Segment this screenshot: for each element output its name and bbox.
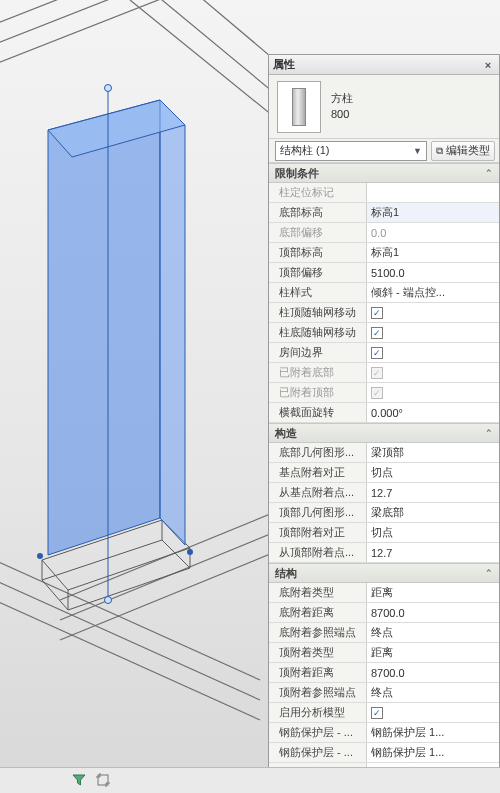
prop-value[interactable]: ✓ bbox=[367, 303, 499, 322]
prop-value[interactable]: 5100.0 bbox=[367, 263, 499, 282]
prop-value[interactable]: 标高1 bbox=[367, 243, 499, 262]
chevron-down-icon: ▼ bbox=[413, 146, 422, 156]
prop-label: 柱定位标记 bbox=[269, 183, 367, 202]
view-control-bar bbox=[0, 767, 500, 793]
collapse-icon: ⌃ bbox=[485, 168, 493, 178]
prop-label: 从基点附着点... bbox=[269, 483, 367, 502]
prop-label: 顶附着类型 bbox=[269, 643, 367, 662]
prop-label: 已附着顶部 bbox=[269, 383, 367, 402]
instance-selector[interactable]: 结构柱 (1) ▼ bbox=[275, 141, 427, 161]
prop-row: 横截面旋转0.000° bbox=[269, 403, 499, 423]
prop-label: 底附着距离 bbox=[269, 603, 367, 622]
prop-label: 钢筋保护层 - ... bbox=[269, 743, 367, 762]
instance-selector-text: 结构柱 (1) bbox=[280, 143, 330, 158]
prop-row: 顶附着参照端点终点 bbox=[269, 683, 499, 703]
prop-row: 柱底随轴网移动✓ bbox=[269, 323, 499, 343]
prop-label: 已附着底部 bbox=[269, 363, 367, 382]
prop-label: 顶部偏移 bbox=[269, 263, 367, 282]
prop-value[interactable]: 距离 bbox=[367, 583, 499, 602]
prop-value[interactable]: ✓ bbox=[367, 703, 499, 722]
properties-list[interactable]: 限制条件 ⌃ 柱定位标记 底部标高标高1 底部偏移0.0 顶部标高标高1 顶部偏… bbox=[269, 163, 499, 792]
group-structure[interactable]: 结构 ⌃ bbox=[269, 563, 499, 583]
prop-label: 柱顶随轴网移动 bbox=[269, 303, 367, 322]
type-text: 方柱 800 bbox=[331, 91, 353, 122]
collapse-icon: ⌃ bbox=[485, 428, 493, 438]
edit-type-icon: ⧉ bbox=[436, 145, 443, 157]
prop-row: 顶部几何图形...梁底部 bbox=[269, 503, 499, 523]
prop-value[interactable] bbox=[367, 183, 499, 202]
prop-label: 底部几何图形... bbox=[269, 443, 367, 462]
type-selector[interactable]: 方柱 800 bbox=[269, 75, 499, 139]
prop-label: 柱底随轴网移动 bbox=[269, 323, 367, 342]
prop-value[interactable]: 8700.0 bbox=[367, 663, 499, 682]
type-family: 方柱 bbox=[331, 91, 353, 106]
group-construction[interactable]: 构造 ⌃ bbox=[269, 423, 499, 443]
prop-row: 从顶部附着点...12.7 bbox=[269, 543, 499, 563]
prop-row: 顶部标高标高1 bbox=[269, 243, 499, 263]
prop-label: 钢筋保护层 - ... bbox=[269, 723, 367, 742]
svg-point-9 bbox=[105, 597, 112, 604]
prop-row: 从基点附着点...12.7 bbox=[269, 483, 499, 503]
close-icon[interactable]: × bbox=[481, 59, 495, 71]
prop-value: ✓ bbox=[367, 383, 499, 402]
prop-row: 钢筋保护层 - ...钢筋保护层 1... bbox=[269, 743, 499, 763]
prop-value: ✓ bbox=[367, 363, 499, 382]
prop-label: 底部标高 bbox=[269, 203, 367, 222]
prop-label: 顶附着距离 bbox=[269, 663, 367, 682]
prop-row: 底附着参照端点终点 bbox=[269, 623, 499, 643]
prop-value[interactable]: 终点 bbox=[367, 623, 499, 642]
prop-value[interactable]: 终点 bbox=[367, 683, 499, 702]
prop-row: 顶部附着对正切点 bbox=[269, 523, 499, 543]
prop-row: 已附着顶部✓ bbox=[269, 383, 499, 403]
prop-value[interactable]: 梁顶部 bbox=[367, 443, 499, 462]
svg-point-11 bbox=[187, 549, 193, 555]
prop-value[interactable]: 梁底部 bbox=[367, 503, 499, 522]
panel-title-text: 属性 bbox=[273, 57, 295, 72]
prop-label: 底部偏移 bbox=[269, 223, 367, 242]
prop-label: 顶附着参照端点 bbox=[269, 683, 367, 702]
type-size: 800 bbox=[331, 107, 353, 122]
checkbox-checked: ✓ bbox=[371, 367, 383, 379]
prop-label: 从顶部附着点... bbox=[269, 543, 367, 562]
checkbox-checked[interactable]: ✓ bbox=[371, 707, 383, 719]
prop-value[interactable]: 切点 bbox=[367, 463, 499, 482]
prop-value[interactable]: 切点 bbox=[367, 523, 499, 542]
svg-marker-4 bbox=[48, 100, 160, 555]
svg-marker-5 bbox=[160, 100, 185, 545]
checkbox-checked[interactable]: ✓ bbox=[371, 307, 383, 319]
prop-value[interactable]: ✓ bbox=[367, 343, 499, 362]
prop-value[interactable]: 0.000° bbox=[367, 403, 499, 422]
prop-label: 基点附着对正 bbox=[269, 463, 367, 482]
prop-row: 底部标高标高1 bbox=[269, 203, 499, 223]
prop-label: 底附着参照端点 bbox=[269, 623, 367, 642]
prop-value[interactable]: ✓ bbox=[367, 323, 499, 342]
prop-row: 底附着距离8700.0 bbox=[269, 603, 499, 623]
prop-value[interactable]: 标高1 bbox=[367, 203, 499, 222]
prop-label: 底附着类型 bbox=[269, 583, 367, 602]
filter-icon[interactable] bbox=[70, 771, 88, 789]
prop-label: 顶部几何图形... bbox=[269, 503, 367, 522]
collapse-icon: ⌃ bbox=[485, 568, 493, 578]
prop-value[interactable]: 钢筋保护层 1... bbox=[367, 743, 499, 762]
edit-type-button[interactable]: ⧉ 编辑类型 bbox=[431, 141, 495, 161]
prop-value[interactable]: 倾斜 - 端点控... bbox=[367, 283, 499, 302]
edit-type-label: 编辑类型 bbox=[446, 143, 490, 158]
panel-titlebar: 属性 × bbox=[269, 55, 499, 75]
prop-row: 顶部偏移5100.0 bbox=[269, 263, 499, 283]
checkbox-checked[interactable]: ✓ bbox=[371, 327, 383, 339]
checkbox-checked: ✓ bbox=[371, 387, 383, 399]
svg-point-10 bbox=[37, 553, 43, 559]
prop-row: 已附着底部✓ bbox=[269, 363, 499, 383]
prop-value[interactable]: 0.0 bbox=[367, 223, 499, 242]
prop-value[interactable]: 12.7 bbox=[367, 483, 499, 502]
prop-value[interactable]: 钢筋保护层 1... bbox=[367, 723, 499, 742]
crop-icon[interactable] bbox=[94, 771, 112, 789]
checkbox-checked[interactable]: ✓ bbox=[371, 347, 383, 359]
prop-row: 顶附着类型距离 bbox=[269, 643, 499, 663]
prop-value[interactable]: 8700.0 bbox=[367, 603, 499, 622]
group-constraints[interactable]: 限制条件 ⌃ bbox=[269, 163, 499, 183]
prop-value[interactable]: 12.7 bbox=[367, 543, 499, 562]
prop-row: 底附着类型距离 bbox=[269, 583, 499, 603]
prop-value[interactable]: 距离 bbox=[367, 643, 499, 662]
properties-panel: 属性 × 方柱 800 结构柱 (1) ▼ ⧉ 编辑类型 限制条件 ⌃ 柱定位标… bbox=[268, 54, 500, 793]
